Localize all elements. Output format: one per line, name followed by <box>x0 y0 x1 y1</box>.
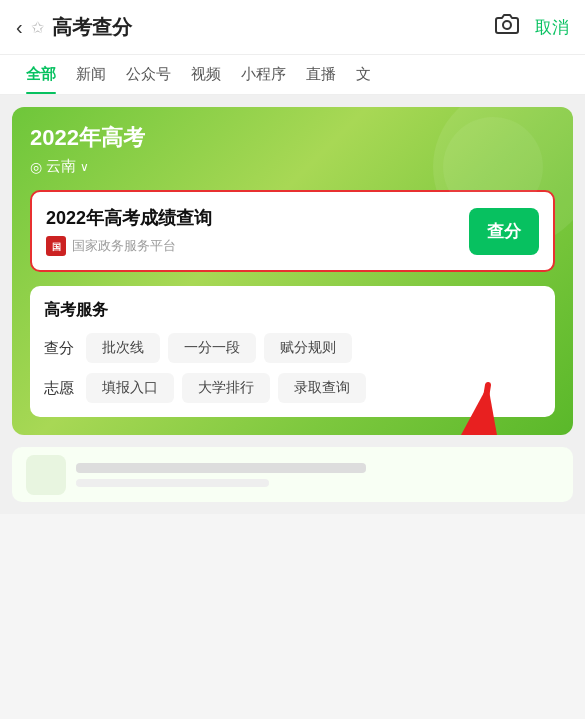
bottom-card-line1 <box>76 463 366 473</box>
bottom-card-icon <box>26 455 66 495</box>
services-row-1: 查分 批次线 一分一段 赋分规则 <box>44 333 541 363</box>
svg-point-0 <box>503 21 511 29</box>
cancel-button[interactable]: 取消 <box>535 16 569 39</box>
star-icon[interactable]: ✩ <box>31 18 44 37</box>
tab-miniapp[interactable]: 小程序 <box>231 55 296 94</box>
bottom-card-text <box>76 463 559 487</box>
result-text-group: 2022年高考成绩查询 国 国家政务服务平台 <box>46 206 469 256</box>
service-tag-batch[interactable]: 批次线 <box>86 333 160 363</box>
row-label-1: 查分 <box>44 339 76 358</box>
result-box: 2022年高考成绩查询 国 国家政务服务平台 查分 <box>30 190 555 272</box>
query-button[interactable]: 查分 <box>469 208 539 255</box>
svg-text:国: 国 <box>52 242 61 252</box>
source-name: 国家政务服务平台 <box>72 237 176 255</box>
tab-public[interactable]: 公众号 <box>116 55 181 94</box>
tab-all[interactable]: 全部 <box>16 55 66 94</box>
services-row-2: 志愿 填报入口 大学排行 录取查询 <box>44 373 541 403</box>
location-name: 云南 <box>46 157 76 176</box>
top-bar: ‹ ✩ 高考查分 取消 <box>0 0 585 55</box>
source-logo-icon: 国 <box>46 236 66 256</box>
services-section: 高考服务 查分 批次线 一分一段 赋分规则 志愿 填报入口 大学排行 <box>30 286 555 417</box>
back-icon[interactable]: ‹ <box>16 17 23 37</box>
tab-live[interactable]: 直播 <box>296 55 346 94</box>
green-card: 2022年高考 ◎ 云南 ∨ 2022年高考成绩查询 国 国家政务服务平台 <box>12 107 573 435</box>
card-location[interactable]: ◎ 云南 ∨ <box>30 157 555 176</box>
tab-more[interactable]: 文 <box>346 55 381 94</box>
service-tags-1: 批次线 一分一段 赋分规则 <box>86 333 352 363</box>
bottom-card <box>12 447 573 502</box>
services-grid: 查分 批次线 一分一段 赋分规则 志愿 填报入口 大学排行 录取查询 <box>44 333 541 403</box>
card-year: 2022年高考 <box>30 123 555 153</box>
camera-icon[interactable] <box>495 12 519 42</box>
bottom-card-line2 <box>76 479 269 487</box>
top-bar-left: ‹ ✩ 高考查分 <box>16 14 132 41</box>
service-tags-2: 填报入口 大学排行 录取查询 <box>86 373 366 403</box>
location-pin-icon: ◎ <box>30 159 42 175</box>
result-source: 国 国家政务服务平台 <box>46 236 469 256</box>
main-content: 2022年高考 ◎ 云南 ∨ 2022年高考成绩查询 国 国家政务服务平台 <box>0 95 585 514</box>
service-tag-admit[interactable]: 录取查询 <box>278 373 366 403</box>
service-tag-fill[interactable]: 填报入口 <box>86 373 174 403</box>
tab-video[interactable]: 视频 <box>181 55 231 94</box>
tabs-bar: 全部 新闻 公众号 视频 小程序 直播 文 <box>0 55 585 95</box>
result-title: 2022年高考成绩查询 <box>46 206 469 230</box>
page-title: 高考查分 <box>52 14 132 41</box>
row-label-2: 志愿 <box>44 379 76 398</box>
service-tag-rules[interactable]: 赋分规则 <box>264 333 352 363</box>
location-dropdown-icon: ∨ <box>80 160 89 174</box>
service-tag-rank[interactable]: 大学排行 <box>182 373 270 403</box>
service-tag-onescore[interactable]: 一分一段 <box>168 333 256 363</box>
tab-news[interactable]: 新闻 <box>66 55 116 94</box>
services-title: 高考服务 <box>44 300 541 321</box>
top-bar-right: 取消 <box>495 12 569 42</box>
